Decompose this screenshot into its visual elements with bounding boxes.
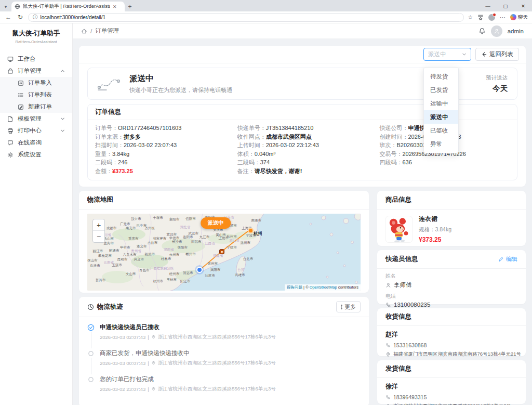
timeline-item-title: 商家已发货，申通快递快递揽收中 <box>100 349 276 357</box>
dropdown-option-shipped[interactable]: 已发货 <box>424 83 458 97</box>
check-circle-icon <box>87 324 95 331</box>
tab-close-icon[interactable]: ✕ <box>113 4 117 9</box>
favorite-star-icon[interactable]: ☆ <box>468 14 473 21</box>
map-city-label: 毕节市 <box>120 245 130 250</box>
sidebar-item-online-support[interactable]: 在线咨询 <box>0 137 72 149</box>
app-subtitle: RatHero-OrderAssistant <box>2 40 70 44</box>
new-tab-button[interactable]: + <box>125 2 135 11</box>
map-city-label: 梧州市 <box>169 272 180 277</box>
map-city-label: 玉溪市 <box>112 263 122 268</box>
status-desc: 快递小哥正在为您派送，请保持电话畅通 <box>129 86 232 94</box>
phone-icon <box>385 343 391 348</box>
recipient-name: 赵洋 <box>385 330 517 339</box>
map-zoom-control: + − <box>92 219 105 243</box>
dropdown-option-pending[interactable]: 待发货 <box>424 70 458 83</box>
refresh-button[interactable]: ↻ <box>16 14 24 21</box>
zoom-in-button[interactable]: + <box>93 219 104 231</box>
monitor-icon <box>7 56 14 62</box>
back-button[interactable]: ← <box>4 14 12 21</box>
browser-tab[interactable]: 鼠大侠-订单助手 | RatHero-OrderAssistant ✕ <box>11 2 125 11</box>
home-icon[interactable] <box>81 28 87 34</box>
order-field: 订单来源：拼多多 <box>95 133 232 141</box>
address-bar[interactable]: ⓘ localhost:3000/order/detail/1 <box>28 13 464 22</box>
bell-icon[interactable] <box>478 28 486 35</box>
order-detail-panel: 派送中 待发货 已发货 运输中 派送中 已签收 异常 返回列表 <box>79 46 526 187</box>
map-city-label: 上饶市 <box>218 236 229 241</box>
phone-icon <box>385 302 391 308</box>
dropdown-option-delivering[interactable]: 派送中 <box>424 110 458 124</box>
zoom-out-button[interactable]: − <box>93 231 104 242</box>
gear-icon <box>7 152 14 158</box>
map-truck-marker[interactable] <box>219 249 224 254</box>
map-city-label: 江西省 <box>205 241 215 246</box>
courier-card-title: 快递员信息 <box>385 255 418 264</box>
chevron-down-icon <box>462 52 467 57</box>
logistics-map[interactable]: 汉中市十堰市襄阳市信阳市阜阳市南通市江苏省安徽省广元市巴中市成都市南充市万州区湖… <box>87 214 361 291</box>
map-city-label: 成都市 <box>107 226 117 231</box>
username: admin <box>508 28 524 34</box>
map-city-label: 湖北省 <box>180 225 191 230</box>
report-problem-link[interactable]: 报告问题 <box>287 285 302 290</box>
timeline-item: 您的订单已打包完成 2026-03-02 23:07:43| 浙江省杭州市西湖区… <box>87 375 361 401</box>
osm-link[interactable]: OpenStreetMap <box>310 285 337 290</box>
copilot-button[interactable]: 聊天 <box>510 14 528 21</box>
map-city-label: 重庆市 <box>128 237 139 241</box>
sidebar-submenu: 订单导入 订单列表 新建订单 <box>0 77 72 113</box>
dropdown-option-signed[interactable]: 已签收 <box>424 124 458 137</box>
site-info-icon[interactable]: ⓘ <box>33 14 38 21</box>
browser-navbar: ← ↻ ⓘ localhost:3000/order/detail/1 ☆ ⋯ … <box>0 11 532 23</box>
status-title: 派送中 <box>129 73 232 84</box>
timeline-item-address: 浙江省杭州市西湖区文三路西溪路556号17栋6单元3号 <box>158 360 276 367</box>
map-city-label: 昭通市 <box>109 249 119 253</box>
app-header: / 订单管理 admin <box>73 23 532 39</box>
browser-menu-icon[interactable]: ⋯ <box>500 14 506 21</box>
circle-icon <box>87 376 95 383</box>
pin-icon <box>151 361 156 365</box>
map-city-label: 保山市 <box>87 258 98 263</box>
chevron-up-icon <box>60 69 65 73</box>
sidebar-item-system-settings[interactable]: 系统设置 <box>0 149 72 161</box>
browser-tab-strip: ▾ 鼠大侠-订单助手 | RatHero-OrderAssistant ✕ + … <box>0 0 532 11</box>
tab-search-chevron-icon[interactable]: ▾ <box>0 2 11 11</box>
sidebar-item-print-center[interactable]: 打印中心 <box>0 125 72 137</box>
map-city-label: 阳江市 <box>180 279 191 284</box>
more-button[interactable]: 更多 <box>336 301 361 312</box>
map-city-label: 长沙市 <box>172 240 182 244</box>
url-text: localhost:3000/order/detail/1 <box>41 15 106 20</box>
back-to-list-button[interactable]: 返回列表 <box>475 48 519 61</box>
sidebar-item-workbench[interactable]: 工作台 <box>0 53 72 65</box>
window-minimize-button[interactable]: — <box>479 0 497 11</box>
timeline-item-title: 申通快递快递员已揽收 <box>100 323 276 331</box>
timeline-item-address: 浙江省杭州市西湖区文三路西溪路556号17栋6单元3号 <box>158 334 276 341</box>
dropdown-option-abnormal[interactable]: 异常 <box>424 137 458 151</box>
printer-icon <box>7 128 14 134</box>
window-maximize-button[interactable]: ▢ <box>497 0 514 11</box>
breadcrumb: / 订单管理 <box>81 27 119 35</box>
map-city-label: 揭阳市 <box>210 268 221 272</box>
pin-icon <box>151 387 156 391</box>
dropdown-option-in-transit[interactable]: 运输中 <box>424 97 458 110</box>
list-icon <box>18 92 24 98</box>
status-select[interactable]: 派送中 <box>423 48 471 61</box>
sender-card-title: 发货信息 <box>385 364 411 373</box>
order-field: 四段码：636 <box>379 158 510 167</box>
sidebar-item-order-list[interactable]: 订单列表 <box>0 89 72 101</box>
sidebar-item-template-management[interactable]: 模板管理 <box>0 113 72 125</box>
user-avatar[interactable] <box>491 25 502 37</box>
order-info-title: 订单信息 <box>95 108 121 116</box>
edit-courier-button[interactable]: 编辑 <box>498 255 517 263</box>
copilot-icon <box>510 14 516 20</box>
sidebar-item-order-management[interactable]: 订单管理 <box>0 65 72 77</box>
collections-icon[interactable] <box>477 14 484 20</box>
order-field: 二段码：246 <box>95 158 232 167</box>
status-dropdown-menu: 待发货 已发货 运输中 派送中 已签收 异常 <box>423 67 459 153</box>
window-close-button[interactable]: ✕ <box>514 0 532 11</box>
breadcrumb-current: 订单管理 <box>95 27 119 35</box>
courier-phone: 13100080235 <box>394 302 430 308</box>
product-price: ¥373.25 <box>419 236 451 243</box>
map-city-label: 南充市 <box>126 226 136 231</box>
browser-profile-avatar[interactable] <box>488 14 495 21</box>
sidebar-item-new-order[interactable]: 新建订单 <box>0 101 72 113</box>
sidebar-item-order-import[interactable]: 订单导入 <box>0 77 72 89</box>
map-city-label: 凯里市 <box>144 252 155 257</box>
